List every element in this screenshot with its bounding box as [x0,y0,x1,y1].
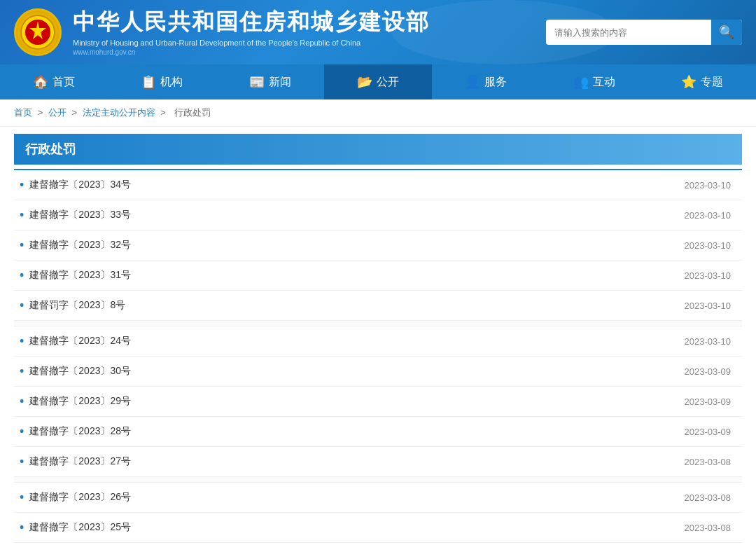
list-item-date: 2023-03-08 [685,457,732,467]
bullet-icon: • [20,395,24,408]
interaction-icon: 👥 [573,74,589,90]
site-title-block: 中华人民共和国住房和城乡建设部 Ministry of Housing and … [73,8,430,55]
list-item-date: 2023-03-09 [685,366,732,377]
home-icon: 🏠 [33,74,48,90]
list-item[interactable]: • 建督撤字〔2023〕27号 2023-03-08 [14,447,742,477]
bullet-icon: • [20,491,24,504]
bullet-icon: • [20,425,24,438]
list-item-left: • 建督撤字〔2023〕30号 [20,365,131,378]
site-url: www.mohurd.gov.cn [73,48,430,56]
list-item[interactable]: • 建督撤字〔2023〕29号 2023-03-09 [14,387,742,417]
list-item-title: 建督撤字〔2023〕33号 [29,209,131,221]
list-item[interactable]: • 建督撤字〔2023〕25号 2023-03-08 [14,513,742,543]
list-item[interactable]: • 建督撤字〔2023〕28号 2023-03-09 [14,417,742,447]
search-icon: 🔍 [719,25,734,40]
bullet-icon: • [20,521,24,534]
breadcrumb-open[interactable]: 公开 [48,107,66,118]
list-group-gap [14,477,742,483]
list-item[interactable]: • 建督撤字〔2023〕30号 2023-03-09 [14,357,742,387]
list-item[interactable]: • 建督罚字〔2023〕8号 2023-03-10 [14,291,742,321]
list-item-title: 建督撤字〔2023〕29号 [29,395,131,408]
nav-special-label: 专题 [701,75,723,90]
bullet-icon: • [20,455,24,468]
bullet-icon: • [20,269,24,282]
list-item-date: 2023-03-09 [685,396,732,407]
list-item-title: 建督撤字〔2023〕31号 [29,269,131,282]
header-left: 中华人民共和国住房和城乡建设部 Ministry of Housing and … [14,8,430,56]
breadcrumb-current: 行政处罚 [174,107,211,118]
bullet-icon: • [20,179,24,191]
list-item-title: 建督撤字〔2023〕32号 [29,239,131,251]
list-item-title: 建督撤字〔2023〕26号 [29,491,131,504]
nav-service[interactable]: 👤 服务 [432,64,540,99]
list-item[interactable]: • 建督撤字〔2023〕24号 2023-03-10 [14,326,742,357]
list-item-date: 2023-03-10 [685,336,732,347]
breadcrumb-home[interactable]: 首页 [14,107,32,118]
page-header: 中华人民共和国住房和城乡建设部 Ministry of Housing and … [0,0,756,64]
national-emblem [14,8,62,56]
main-content: 行政处罚 • 建督撤字〔2023〕34号 2023-03-10 • 建督撤字〔2… [0,127,756,552]
breadcrumb: 首页 > 公开 > 法定主动公开内容 > 行政处罚 [0,99,756,127]
nav-home[interactable]: 🏠 首页 [0,64,108,99]
list-group-gap [14,321,742,326]
nav-interaction[interactable]: 👥 互动 [540,64,648,99]
breadcrumb-legal[interactable]: 法定主动公开内容 [83,107,155,118]
list-item-date: 2023-03-10 [685,210,732,221]
breadcrumb-sep2: > [71,107,79,118]
list-item-date: 2023-03-09 [685,427,732,437]
article-list: • 建督撤字〔2023〕34号 2023-03-10 • 建督撤字〔2023〕3… [14,169,742,543]
bullet-icon: • [20,239,24,251]
site-title: 中华人民共和国住房和城乡建设部 [73,8,430,35]
list-item[interactable]: • 建督撤字〔2023〕32号 2023-03-10 [14,230,742,261]
list-item[interactable]: • 建督撤字〔2023〕33号 2023-03-10 [14,200,742,230]
news-icon: 📰 [249,74,265,90]
list-item-left: • 建督撤字〔2023〕25号 [20,521,131,534]
special-icon: ⭐ [681,74,696,90]
list-item-date: 2023-03-08 [685,523,732,533]
list-item-title: 建督罚字〔2023〕8号 [29,299,125,312]
breadcrumb-sep3: > [160,107,168,118]
list-item[interactable]: • 建督撤字〔2023〕26号 2023-03-08 [14,483,742,513]
list-item-left: • 建督撤字〔2023〕34号 [20,179,131,191]
search-input[interactable] [546,27,711,38]
list-item-date: 2023-03-10 [685,270,732,281]
list-item-left: • 建督撤字〔2023〕32号 [20,239,131,251]
nav-org-label: 机构 [160,75,183,90]
list-item-left: • 建督撤字〔2023〕26号 [20,491,131,504]
list-item-title: 建督撤字〔2023〕27号 [29,455,131,468]
list-item[interactable]: • 建督撤字〔2023〕31号 2023-03-10 [14,261,742,291]
list-item-left: • 建督罚字〔2023〕8号 [20,299,125,312]
list-item-date: 2023-03-10 [685,301,732,311]
breadcrumb-sep1: > [38,107,46,118]
nav-news-label: 新闻 [269,75,291,90]
emblem-icon [14,8,62,56]
main-nav: 🏠 首页 📋 机构 📰 新闻 📂 公开 👤 服务 👥 互动 ⭐ 专题 [0,64,756,99]
list-item-date: 2023-03-10 [685,240,732,251]
list-item-date: 2023-03-10 [685,180,732,191]
list-item-left: • 建督撤字〔2023〕33号 [20,209,131,221]
bullet-icon: • [20,365,24,378]
list-item-title: 建督撤字〔2023〕25号 [29,521,131,534]
bullet-icon: • [20,299,24,312]
nav-news[interactable]: 📰 新闻 [216,64,324,99]
list-item-left: • 建督撤字〔2023〕28号 [20,425,131,438]
nav-open[interactable]: 📂 公开 [324,64,432,99]
nav-org[interactable]: 📋 机构 [108,64,216,99]
list-item[interactable]: • 建督撤字〔2023〕34号 2023-03-10 [14,170,742,200]
list-item-title: 建督撤字〔2023〕24号 [29,335,131,347]
list-item-title: 建督撤字〔2023〕34号 [29,179,131,191]
org-icon: 📋 [141,74,156,90]
search-box[interactable]: 🔍 [546,20,742,45]
nav-special[interactable]: ⭐ 专题 [648,64,756,99]
nav-interaction-label: 互动 [593,75,615,90]
bullet-icon: • [20,209,24,221]
list-item-left: • 建督撤字〔2023〕31号 [20,269,131,282]
list-item-left: • 建督撤字〔2023〕27号 [20,455,131,468]
site-subtitle: Ministry of Housing and Urban-Rural Deve… [73,39,430,47]
svg-point-3 [34,28,42,36]
search-button[interactable]: 🔍 [711,20,742,45]
list-item-title: 建督撤字〔2023〕28号 [29,425,131,438]
nav-open-label: 公开 [377,75,399,90]
nav-service-label: 服务 [484,75,507,90]
list-item-left: • 建督撤字〔2023〕24号 [20,335,131,347]
